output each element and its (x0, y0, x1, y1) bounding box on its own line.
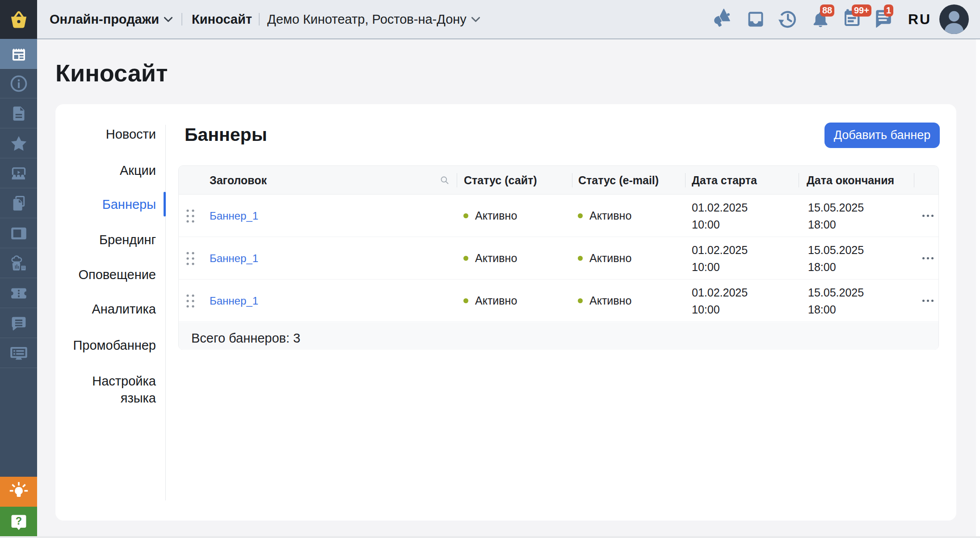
svg-text:?: ? (15, 515, 21, 527)
